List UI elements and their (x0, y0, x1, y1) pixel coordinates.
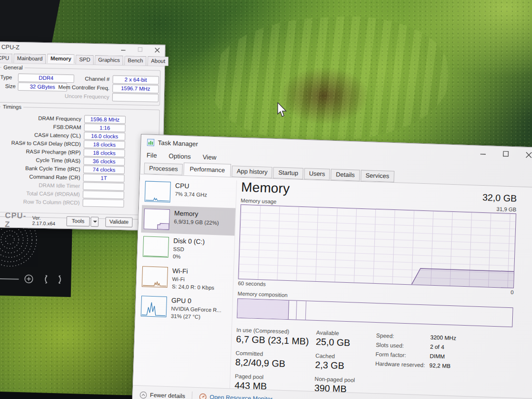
detail-label: Form factor: (375, 351, 430, 359)
cpuz-tab-bench[interactable]: Bench (124, 56, 147, 66)
menu-view[interactable]: View (202, 153, 216, 161)
validate-button[interactable]: Validate (105, 217, 133, 227)
tools-button[interactable]: Tools (66, 216, 90, 227)
timing-label-row-to-column-trcd: Row To Column (tRCD) (0, 198, 83, 205)
cpuz-timings-group: Timings DRAM Frequency1596.8 MHzFSB:DRAM… (0, 106, 160, 220)
timing-value-command-rate-cr: 1T (83, 173, 125, 182)
composition-divider-1 (296, 301, 297, 320)
memory-stats: In use (Compressed) 6,7 GB (23,1 MB) Com… (234, 327, 512, 399)
uncore-label: Uncore Frequency (51, 93, 109, 100)
task-manager-window: Task Manager FileOptionsView ProcessesPe… (132, 134, 532, 399)
timing-label-dram-idle-timer: DRAM Idle Timer (0, 181, 83, 189)
open-resource-monitor-link[interactable]: Open Resource Monitor (200, 393, 273, 399)
minimize-icon[interactable] (121, 47, 126, 52)
detail-value: 2 of 4 (430, 344, 444, 350)
close-icon[interactable] (155, 47, 160, 53)
timing-value-dram-idle-timer (83, 182, 124, 191)
cpuz-tab-cpu[interactable]: CPU (0, 53, 13, 63)
disk-0-mini-graph (143, 236, 169, 258)
sidebar-item-text: GPU 0NVIDIA GeForce R...31% (27 °C) (171, 297, 222, 322)
slider[interactable] (0, 278, 19, 280)
memory-scale-top: 31,9 GB (497, 206, 517, 212)
task-manager-title: Task Manager (158, 139, 198, 148)
timing-value-total-cas-trdram (83, 190, 124, 199)
cpuz-tab-graphics[interactable]: Graphics (95, 55, 123, 65)
timing-value-bank-cycle-time-trc: 74 clocks (83, 165, 125, 174)
uncore-value (112, 93, 159, 102)
sidebar-item-text: CPU7% 3,74 GHz (175, 182, 207, 199)
sidebar-item-text: Memory6,9/31,9 GB (22%) (174, 209, 219, 227)
memfreq-value: 1596.7 MHz (112, 84, 159, 94)
memory-usage-graph (238, 204, 516, 288)
cpuz-logo: CPU-Z (5, 212, 28, 229)
rotate-right-icon[interactable] (55, 274, 65, 284)
wi-fi-mini-graph (142, 266, 168, 288)
timing-value-fsb-dram: 1:16 (84, 123, 126, 132)
tab-users[interactable]: Users (304, 168, 330, 180)
plus-icon[interactable] (24, 274, 33, 284)
detail-form-factor: Form factor:DIMM (375, 351, 456, 360)
detail-label: Speed: (376, 332, 431, 340)
timings-rows: DRAM Frequency1596.8 MHzFSB:DRAM1:16CAS#… (0, 113, 159, 208)
background-dark-window-fragment (0, 0, 60, 43)
sidebar-item-sub: Wi-FiS: 24,0 R: 0 Kbps (172, 275, 215, 292)
fewer-details-toggle[interactable]: Fewer details (139, 391, 185, 399)
sidebar-item-cpu[interactable]: CPU7% 3,74 GHz (142, 177, 236, 208)
memory-panel-title: Memory (241, 180, 290, 197)
timing-label-dram-frequency: DRAM Frequency (0, 114, 84, 122)
sidebar-item-gpu-0[interactable]: GPU 0NVIDIA GeForce R...31% (27 °C) (138, 292, 233, 325)
timing-value-ras-to-cas-delay-trcd: 18 clocks (84, 140, 125, 149)
memory-capacity: 32,0 GB (482, 192, 517, 204)
maximize-icon[interactable] (503, 151, 509, 157)
tab-startup[interactable]: Startup (273, 167, 303, 179)
in-use-value: 6,7 GB (23,1 MB) (236, 334, 316, 347)
menu-file[interactable]: File (146, 151, 157, 159)
detail-hardware-reserved: Hardware reserved:92,2 MB (375, 361, 456, 369)
sidebar-item-title: Wi-Fi (172, 267, 215, 276)
sidebar-item-sub: 7% 3,74 GHz (175, 190, 207, 199)
timings-legend: Timings (0, 103, 23, 110)
tab-details[interactable]: Details (331, 169, 360, 181)
cached-value: 2,3 GB (315, 360, 375, 372)
sidebar-item-text: Disk 0 (C:)SSD0% (173, 237, 205, 261)
tools-dropdown-arrow-icon[interactable] (91, 217, 99, 227)
cpuz-tab-spd[interactable]: SPD (76, 55, 94, 65)
cpuz-window-title: CPU-Z (1, 43, 20, 51)
detail-speed: Speed:3200 MHz (376, 332, 457, 341)
sidebar-item-memory[interactable]: Memory6,9/31,9 GB (22%) (141, 205, 235, 235)
sidebar-item-text: Wi-FiWi-FiS: 24,0 R: 0 Kbps (172, 267, 215, 292)
timing-value-dram-frequency: 1596.8 MHz (84, 115, 126, 124)
cpuz-version: Ver. 2.17.0.x64 (32, 215, 61, 227)
tab-services[interactable]: Services (361, 170, 395, 182)
tab-processes[interactable]: Processes (144, 163, 183, 175)
detail-value: DIMM (430, 353, 445, 360)
sidebar-item-disk-0[interactable]: Disk 0 (C:)SSD0% (140, 233, 234, 266)
detail-value: 92,2 MB (430, 363, 451, 369)
minimize-icon[interactable] (480, 150, 486, 156)
cpuz-tab-about[interactable]: About (147, 56, 168, 66)
type-label: Type (0, 74, 12, 80)
desktop: CPU-Z CPUMainboardMemorySPDGraphicsBench… (0, 0, 532, 399)
cpuz-tab-mainboard[interactable]: Mainboard (13, 54, 46, 64)
timing-value-cycle-time-tras: 36 clocks (83, 157, 125, 166)
performance-sidebar: CPU7% 3,74 GHzMemory6,9/31,9 GB (22%)Dis… (136, 177, 237, 389)
timing-label-command-rate-cr: Command Rate (CR) (0, 173, 83, 180)
menu-options[interactable]: Options (168, 152, 191, 160)
detail-label: Slots used: (376, 342, 430, 350)
chevron-up-circle-icon (139, 391, 147, 399)
tab-app-history[interactable]: App history (232, 166, 272, 178)
tab-performance[interactable]: Performance (184, 163, 231, 177)
sidebar-item-sub: NVIDIA GeForce R...31% (27 °C) (171, 305, 222, 322)
timing-label-ras-to-cas-delay-trcd: RAS# to CAS# Delay (tRCD) (0, 139, 84, 147)
sidebar-item-wi-fi[interactable]: Wi-FiWi-FiS: 24,0 R: 0 Kbps (139, 263, 233, 296)
cpuz-tab-memory[interactable]: Memory (47, 54, 75, 64)
mouse-cursor (277, 102, 288, 118)
rotate-left-icon[interactable] (40, 274, 50, 284)
cpu-mini-graph (144, 181, 170, 202)
composition-in-use-segment (237, 299, 289, 319)
committed-value: 8,2/40,9 GB (235, 357, 315, 370)
memory-mini-graph (144, 208, 170, 230)
maximize-icon[interactable] (138, 47, 143, 52)
close-icon[interactable] (526, 151, 532, 158)
timing-label-cas-latency-cl: CAS# Latency (CL) (0, 131, 84, 138)
